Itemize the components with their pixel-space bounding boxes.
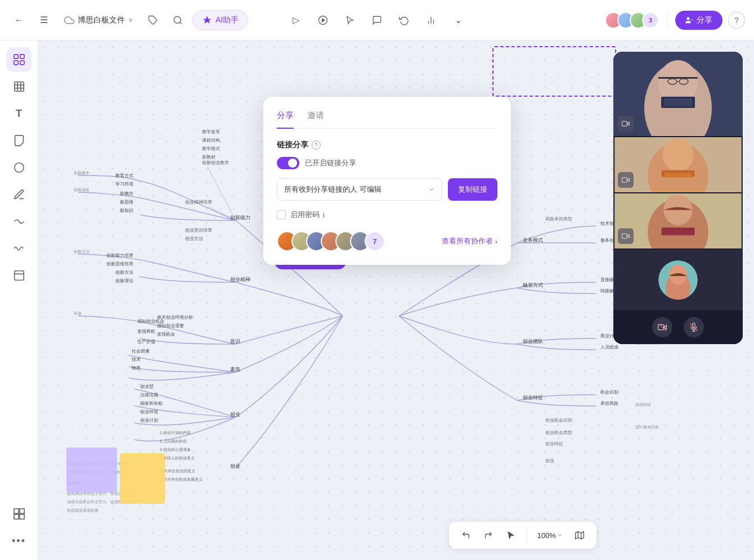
- toggle-label: 已开启链接分享: [305, 158, 356, 168]
- svg-text:物质: 物质: [132, 365, 141, 371]
- video-avatar-4: [658, 260, 698, 300]
- svg-text:承担风险: 承担风险: [600, 401, 618, 406]
- help-button[interactable]: ?: [728, 12, 745, 29]
- svg-text:教学模式: 教学模式: [202, 146, 220, 151]
- cursor-button[interactable]: [340, 10, 360, 30]
- collab-count: 7: [365, 231, 385, 251]
- password-checkbox[interactable]: [277, 210, 286, 219]
- zoom-level: 100%: [537, 531, 556, 540]
- tab-share[interactable]: 分享: [277, 110, 294, 129]
- cam-icon-2: [622, 176, 630, 184]
- play-button[interactable]: [313, 10, 333, 30]
- sidebar-connector-icon[interactable]: [7, 209, 32, 234]
- play-icon: [318, 15, 328, 25]
- svg-text:发现机会: 发现机会: [157, 332, 175, 337]
- sidebar-sticky-icon[interactable]: [7, 128, 32, 153]
- sidebar-apps-icon[interactable]: [7, 47, 32, 72]
- svg-point-20: [14, 163, 24, 173]
- svg-marker-119: [627, 122, 629, 125]
- svg-rect-120: [622, 121, 627, 126]
- cam-icon-3: [622, 232, 630, 240]
- sidebar-pen-icon[interactable]: [7, 182, 32, 207]
- sidebar-bottom: •••: [7, 502, 32, 553]
- svg-text:创新训练: 创新训练: [74, 188, 89, 192]
- svg-text:创业机会类型: 创业机会类型: [545, 430, 572, 435]
- svg-rect-118: [664, 98, 692, 106]
- svg-text:相关创业环境分析: 相关创业环境分析: [157, 315, 193, 320]
- share-button[interactable]: 分享: [675, 11, 722, 30]
- file-dropdown-icon: ∨: [128, 16, 133, 24]
- svg-text:人员组成: 人员组成: [600, 345, 618, 350]
- video-slot-4: [613, 249, 743, 310]
- video-cam-btn-3[interactable]: [618, 228, 634, 244]
- svg-text:创业精神培养: 创业精神培养: [185, 200, 212, 205]
- history-button[interactable]: [394, 10, 414, 30]
- svg-text:创业: 创业: [545, 458, 554, 463]
- mute-video-button[interactable]: [652, 317, 672, 337]
- permission-row: 所有收到分享链接的人 可编辑 复制链接: [277, 178, 497, 201]
- ai-assistant-button[interactable]: AI助手: [192, 10, 248, 30]
- svg-text:创新能力: 创新能力: [230, 215, 250, 220]
- topbar: ← ☰ 博思白板文件 ∨ AI助手: [0, 0, 754, 40]
- svg-text:创新方法: 创新方法: [115, 270, 133, 275]
- svg-point-1: [174, 16, 181, 23]
- ai-icon: [202, 15, 212, 25]
- cam-icon-1: [622, 120, 630, 128]
- svg-text:创业型: 创业型: [140, 384, 154, 389]
- svg-rect-12: [20, 55, 24, 58]
- map-view-button[interactable]: [571, 526, 589, 544]
- canvas-area[interactable]: 教育方式 学习环境 新概念 新思维 新知识 创新能力培养 创新思维培养 创新方法…: [38, 40, 754, 560]
- svg-text:生产价值: 生产价值: [137, 339, 155, 344]
- password-label: 启用密码 i: [290, 210, 325, 220]
- collab-avatars: 7: [277, 231, 385, 251]
- avatar-group: 3: [605, 12, 659, 29]
- zoom-chevron-icon: [557, 532, 563, 538]
- video-cam-btn-2[interactable]: [618, 172, 634, 188]
- svg-marker-132: [627, 234, 629, 238]
- select-tool-button[interactable]: [502, 526, 520, 544]
- back-icon: ←: [15, 15, 24, 25]
- svg-line-91: [208, 206, 236, 220]
- sidebar-dots-icon[interactable]: •••: [7, 529, 32, 553]
- history-icon: [399, 15, 409, 25]
- dialog-tabs: 分享 邀请: [277, 110, 497, 129]
- search-button[interactable]: [168, 10, 188, 30]
- share-toggle[interactable]: [277, 157, 299, 169]
- back-button[interactable]: ←: [9, 10, 29, 30]
- chart-button[interactable]: [421, 10, 441, 30]
- video-cam-btn-1[interactable]: [618, 116, 634, 132]
- copy-link-button[interactable]: 复制链接: [448, 178, 497, 201]
- view-all-button[interactable]: 查看所有协作者 ›: [442, 236, 497, 246]
- sidebar-squiggle-icon[interactable]: [7, 236, 32, 261]
- svg-text:创业: 创业: [230, 412, 240, 417]
- tag-button[interactable]: [143, 10, 163, 30]
- zoom-display[interactable]: 100%: [534, 531, 566, 540]
- sidebar-grid-icon[interactable]: [7, 502, 32, 526]
- comment-button[interactable]: [367, 10, 387, 30]
- sidebar-template-icon[interactable]: [7, 263, 32, 288]
- file-name-button[interactable]: 博思白板文件 ∨: [59, 12, 138, 29]
- menu-button[interactable]: ☰: [34, 10, 54, 30]
- menu-icon: ☰: [40, 15, 48, 25]
- svg-text:意识: 意识: [230, 338, 240, 344]
- link-share-help[interactable]: ?: [312, 141, 321, 150]
- sticky-note-yellow[interactable]: [120, 453, 165, 504]
- expand-button[interactable]: ▷: [286, 10, 306, 30]
- undo-button[interactable]: [457, 526, 475, 544]
- permission-select[interactable]: 所有收到分享链接的人 可编辑: [277, 178, 442, 201]
- tab-invite[interactable]: 邀请: [307, 110, 324, 129]
- more-tools-button[interactable]: ⌄: [448, 10, 468, 30]
- sidebar-text-icon[interactable]: T: [7, 101, 32, 126]
- password-row: 启用密码 i: [277, 210, 497, 220]
- toggle-row: 已开启链接分享: [277, 157, 497, 169]
- topbar-center: ▷ ⌄: [286, 10, 468, 30]
- redo-button[interactable]: [479, 526, 497, 544]
- sidebar-frame-icon[interactable]: [7, 74, 32, 99]
- sidebar-shape-icon[interactable]: [7, 155, 32, 180]
- topbar-left: ← ☰ 博思白板文件 ∨ AI助手: [9, 10, 281, 30]
- topbar-divider: [667, 12, 667, 28]
- mute-mic-button[interactable]: [684, 317, 704, 337]
- sticky-note-purple[interactable]: [66, 448, 117, 493]
- svg-text:创新方法: 创新方法: [74, 250, 89, 254]
- password-help[interactable]: i: [323, 211, 325, 219]
